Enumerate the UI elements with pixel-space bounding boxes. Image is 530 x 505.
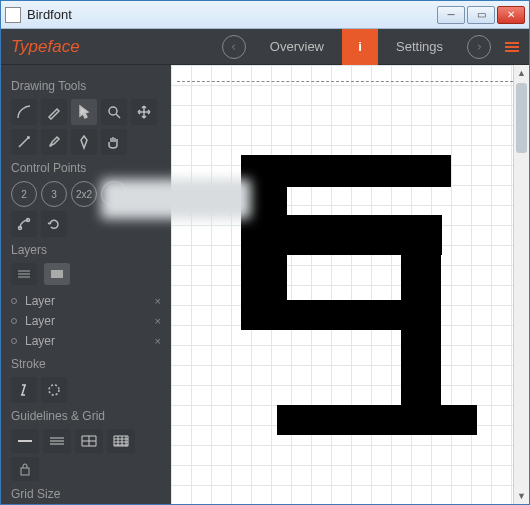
nav-next-button[interactable] — [467, 35, 491, 59]
brand-label: Typeface — [11, 37, 80, 57]
layer-delete-icon[interactable]: × — [155, 315, 161, 327]
bezier-tool[interactable] — [11, 99, 37, 125]
cp-rotate[interactable] — [41, 211, 67, 237]
close-button[interactable]: ✕ — [497, 6, 525, 24]
layer-name: Layer — [25, 294, 55, 308]
zoom-tool[interactable] — [101, 99, 127, 125]
brush-tool[interactable] — [41, 129, 67, 155]
app-icon — [5, 7, 21, 23]
layer-mode-fill[interactable] — [44, 263, 70, 285]
menu-icon[interactable] — [505, 42, 519, 52]
scroll-down-icon[interactable]: ▼ — [514, 488, 529, 504]
tab-settings[interactable]: Settings — [378, 29, 461, 65]
svg-point-6 — [49, 385, 59, 395]
guideline-h[interactable] — [11, 429, 39, 453]
layer-row[interactable]: Layer× — [11, 291, 161, 311]
layer-mode-outline[interactable] — [11, 263, 37, 285]
shape-tool[interactable] — [71, 129, 97, 155]
minimize-button[interactable]: ─ — [437, 6, 465, 24]
titlebar: Birdfont ─ ▭ ✕ — [1, 1, 529, 29]
scroll-thumb[interactable] — [516, 83, 527, 153]
cp-3[interactable]: 3 — [41, 181, 67, 207]
layer-row[interactable]: Layer× — [11, 331, 161, 351]
vertical-scrollbar[interactable]: ▲ ▼ — [513, 65, 529, 504]
stroke-width[interactable] — [41, 377, 67, 403]
cp-2x2[interactable]: 2x2 — [71, 181, 97, 207]
stroke-title: Stroke — [11, 357, 161, 371]
control-points-title: Control Points — [11, 161, 161, 175]
grid-size-title: Grid Size — [11, 487, 161, 501]
blurred-overlay — [101, 179, 251, 219]
grid-toggle[interactable] — [75, 429, 103, 453]
stroke-italic[interactable] — [11, 377, 37, 403]
layer-name: Layer — [25, 334, 55, 348]
guideline-multi[interactable] — [43, 429, 71, 453]
nav-prev-button[interactable] — [222, 35, 246, 59]
svg-rect-7 — [21, 468, 29, 475]
tab-overview[interactable]: Overview — [252, 29, 342, 65]
layer-delete-icon[interactable]: × — [155, 295, 161, 307]
cp-2[interactable]: 2 — [11, 181, 37, 207]
track-tool[interactable] — [11, 129, 37, 155]
scroll-up-icon[interactable]: ▲ — [514, 65, 529, 81]
window-title: Birdfont — [27, 7, 437, 22]
guideline-dashed — [177, 81, 523, 82]
sidebar: Drawing Tools Control Points 2 3 2x — [1, 65, 171, 504]
drawing-tools-title: Drawing Tools — [11, 79, 161, 93]
pointer-tool[interactable] — [71, 99, 97, 125]
canvas[interactable]: ▲ ▼ — [171, 65, 529, 504]
guidelines-title: Guidelines & Grid — [11, 409, 161, 423]
lock-icon[interactable] — [11, 457, 39, 481]
layer-row[interactable]: Layer× — [11, 311, 161, 331]
cp-curve[interactable] — [11, 211, 37, 237]
topbar: Typeface Overview i Settings — [1, 29, 529, 65]
svg-point-0 — [109, 107, 117, 115]
glyph-shape[interactable] — [241, 155, 451, 435]
hand-tool[interactable] — [101, 129, 127, 155]
layer-name: Layer — [25, 314, 55, 328]
layer-delete-icon[interactable]: × — [155, 335, 161, 347]
grid-dense[interactable] — [107, 429, 135, 453]
pen-tool[interactable] — [41, 99, 67, 125]
svg-rect-5 — [51, 270, 63, 278]
layers-title: Layers — [11, 243, 161, 257]
move-tool[interactable] — [131, 99, 157, 125]
maximize-button[interactable]: ▭ — [467, 6, 495, 24]
tab-current-glyph[interactable]: i — [342, 29, 378, 65]
